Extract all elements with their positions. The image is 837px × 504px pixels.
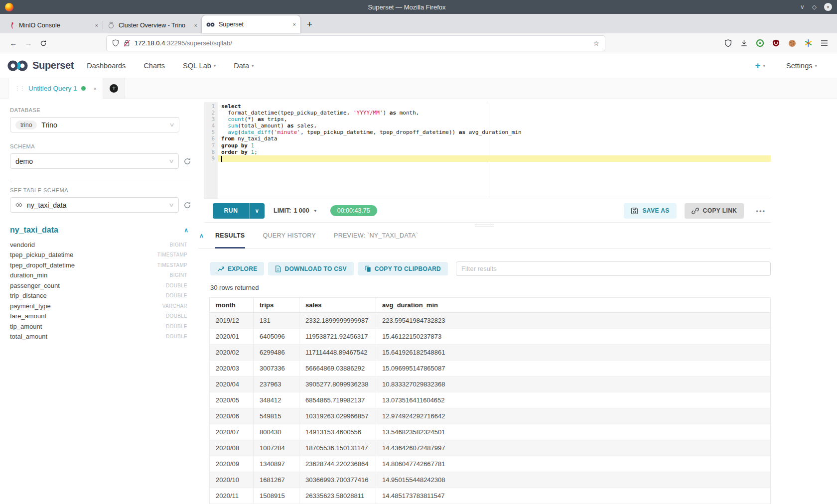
chevron-down-icon: ∨ (168, 158, 174, 164)
table-row: 2020/0654981510319263.02996685712.974924… (210, 408, 771, 424)
column-type: BIGINT (170, 242, 187, 248)
forward-button[interactable]: → (21, 39, 36, 47)
table-row: 2020/016405096119538721.9245631715.46122… (210, 329, 771, 345)
browser-tab-minio[interactable]: MinIO Console × (4, 17, 103, 33)
results-table: monthtripssalesavg_duration_min 2019/121… (209, 297, 771, 504)
column-header-avg_duration_min[interactable]: avg_duration_min (376, 298, 771, 313)
editor-code[interactable]: select format_datetime(tpep_pickup_datet… (218, 102, 771, 199)
add-new-button[interactable]: +▾ (755, 60, 765, 71)
limit-dropdown[interactable]: LIMIT: 1 000 ▾ (274, 207, 316, 214)
settings-menu[interactable]: Settings▾ (786, 62, 817, 70)
sidebar-divider (10, 180, 191, 180)
column-type: TIMESTAMP (157, 262, 187, 268)
text-cursor (221, 156, 222, 162)
cookie-icon[interactable] (788, 39, 796, 47)
results-tabbar: ∧ RESULTS QUERY HISTORY PREVIEW: `NY_TAX… (198, 223, 771, 249)
insecure-lock-icon[interactable] (124, 39, 130, 47)
protections-shield-icon[interactable] (724, 39, 732, 47)
column-type: DOUBLE (166, 324, 187, 329)
column-item[interactable]: total_amountDOUBLE (10, 332, 191, 342)
database-select[interactable]: trino Trino ∨ (10, 117, 179, 132)
close-tab-icon[interactable]: × (194, 22, 197, 28)
column-header-trips[interactable]: trips (254, 298, 299, 313)
column-item[interactable]: trip_distanceDOUBLE (10, 291, 191, 301)
column-item[interactable]: tpep_pickup_datetimeTIMESTAMP (10, 250, 191, 260)
superset-logo[interactable] (7, 60, 29, 72)
url-field[interactable]: 172.18.0.4:32295/superset/sqllab/ ☆ (107, 36, 605, 51)
column-item[interactable]: tip_amountDOUBLE (10, 321, 191, 332)
nav-data[interactable]: Data▾ (234, 62, 254, 70)
column-header-sales[interactable]: sales (299, 298, 376, 313)
sql-editor[interactable]: 123456789 select format_datetime(tpep_pi… (204, 102, 771, 199)
more-options-button[interactable]: ••• (756, 207, 766, 215)
filter-results-input[interactable] (456, 261, 771, 276)
column-name: duration_min (10, 271, 47, 279)
colorful-asterisk-icon[interactable] (805, 39, 812, 47)
download-csv-button[interactable]: DOWNLOAD TO CSV (268, 262, 353, 275)
nav-sql-lab[interactable]: SQL Lab▾ (183, 62, 216, 70)
ublock-shield-icon[interactable] (772, 39, 780, 47)
browser-tab-trino[interactable]: Cluster Overview - Trino × (103, 17, 202, 33)
tab-query-history[interactable]: QUERY HISTORY (263, 223, 316, 248)
query-tab-title: Untitled Query 1 (28, 85, 77, 92)
column-name: trip_distance (10, 292, 47, 299)
column-item[interactable]: fare_amountDOUBLE (10, 311, 191, 322)
brand-title[interactable]: Superset (32, 60, 74, 71)
green-extension-icon[interactable] (756, 39, 764, 47)
close-query-tab-icon[interactable]: × (94, 86, 97, 92)
column-item[interactable]: duration_minBIGINT (10, 270, 191, 281)
schema-select[interactable]: demo ∨ (10, 153, 179, 169)
explore-button[interactable]: EXPLORE (210, 262, 264, 275)
back-button[interactable]: ← (6, 39, 21, 47)
tab-results[interactable]: RESULTS (215, 223, 245, 248)
table-row: 2020/11150891526335623.5802881114.485173… (210, 488, 771, 504)
column-type: DOUBLE (166, 293, 187, 298)
database-label: DATABASE (10, 107, 191, 113)
column-item[interactable]: passenger_countDOUBLE (10, 280, 191, 291)
caret-down-icon: ▾ (763, 63, 766, 68)
query-tab[interactable]: ⋮⋮ Untitled Query 1 × (8, 78, 103, 99)
tracking-shield-icon[interactable] (112, 39, 119, 47)
copy-link-button[interactable]: COPY LINK (685, 203, 744, 219)
bookmark-star-icon[interactable]: ☆ (593, 39, 599, 47)
minimize-button[interactable]: ∨ (800, 3, 805, 10)
tab-preview[interactable]: PREVIEW: `NY_TAXI_DATA` (334, 223, 418, 248)
column-header-month[interactable]: month (210, 298, 254, 313)
drag-dots-icon: ⋮⋮ (14, 85, 24, 92)
maximize-button[interactable]: ◇ (812, 3, 817, 10)
copy-icon (365, 265, 371, 272)
reload-button[interactable] (36, 40, 51, 47)
nav-charts[interactable]: Charts (143, 62, 165, 70)
code-line: order by 1; (218, 149, 771, 155)
copy-clipboard-button[interactable]: COPY TO CLIPBOARD (358, 262, 448, 275)
table-schema-label: SEE TABLE SCHEMA (10, 187, 191, 193)
browser-tab-superset[interactable]: Superset × (202, 15, 300, 33)
caret-down-icon: ▾ (252, 63, 254, 68)
collapse-table-icon[interactable]: ∧ (184, 227, 188, 234)
run-options-icon[interactable]: ∨ (250, 208, 265, 214)
save-as-button[interactable]: SAVE AS (624, 203, 676, 219)
browser-tab-title: MinIO Console (19, 22, 91, 29)
browser-tabstrip: MinIO Console × Cluster Overview - Trino… (0, 14, 837, 33)
column-item[interactable]: vendoridBIGINT (10, 240, 191, 250)
column-item[interactable]: tpep_dropoff_datetimeTIMESTAMP (10, 260, 191, 270)
column-name: tpep_pickup_datetime (10, 251, 73, 258)
table-schema-title[interactable]: ny_taxi_data (10, 226, 58, 235)
run-button[interactable]: RUN ∨ (213, 203, 265, 219)
window-titlebar: Superset — Mozilla Firefox ∨ ◇ × (0, 0, 837, 14)
collapse-results-icon[interactable]: ∧ (199, 232, 204, 239)
new-tab-button[interactable]: + (300, 19, 319, 30)
download-icon[interactable] (740, 39, 748, 47)
close-tab-icon[interactable]: × (95, 22, 98, 28)
column-item[interactable]: payment_typeVARCHAR (10, 301, 191, 311)
add-query-tab-button[interactable]: + (103, 78, 125, 99)
nav-dashboards[interactable]: Dashboards (87, 62, 126, 70)
table-select[interactable]: ny_taxi_data ∨ (10, 197, 179, 213)
close-window-button[interactable]: × (824, 3, 832, 11)
refresh-schema-icon[interactable] (183, 157, 191, 165)
refresh-table-icon[interactable] (183, 201, 191, 209)
menu-icon[interactable] (821, 40, 828, 46)
column-type: BIGINT (170, 272, 187, 278)
chevron-down-icon: ∨ (169, 122, 175, 128)
close-tab-icon[interactable]: × (293, 21, 296, 27)
